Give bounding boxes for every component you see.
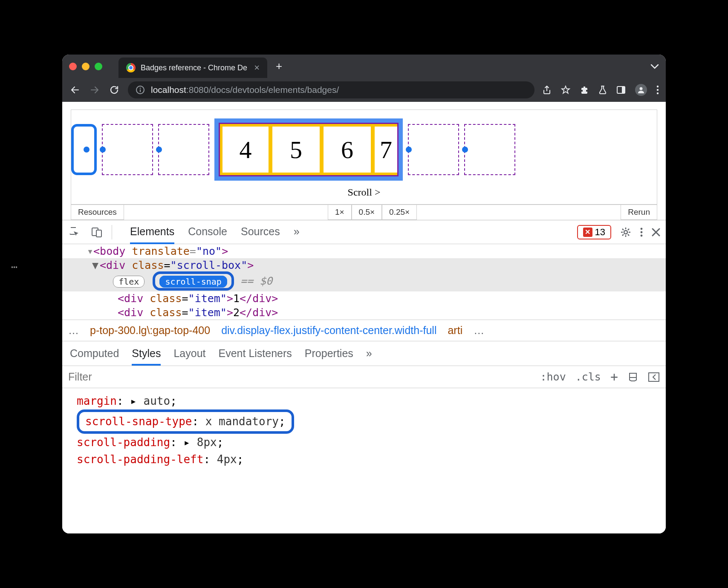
breadcrumb-trail[interactable]: … p-top-300.lg\:gap-top-400 div.display-… [62,320,666,341]
svg-point-7 [657,89,659,91]
dom-item1-line[interactable]: <div class="item">1</div> [62,291,666,306]
svg-point-6 [657,86,659,87]
styles-filter-row: :hov .cls + [62,366,666,388]
scroll-item-3: 4 [220,124,271,175]
tab-list-chevron-icon[interactable] [650,64,659,69]
selected-pseudo: == $0 [234,275,272,287]
breadcrumb-item[interactable]: p-top-300.lg\:gap-top-400 [90,324,210,337]
breadcrumb-ellipsis[interactable]: … [474,324,484,337]
inspect-element-icon[interactable] [67,225,82,239]
tab-elements[interactable]: Elements [130,225,174,244]
breadcrumb-item[interactable]: div.display-flex.justify-content-center.… [221,324,436,337]
css-rule-highlight: scroll-snap-type: x mandatory; [77,409,651,433]
css-rule-line[interactable]: margin: ▸ auto; [77,392,651,409]
breadcrumb-ellipsis[interactable]: … [68,324,79,337]
snap-point-icon [100,147,106,153]
breadcrumb-item[interactable]: arti [448,324,462,337]
back-button[interactable] [69,84,81,96]
error-badge[interactable]: ✕13 [577,225,611,239]
snap-point-icon [406,147,412,153]
close-window-button[interactable] [69,63,77,70]
dom-item2-line[interactable]: <div class="item">2</div> [62,306,666,320]
scroll-snap-badge-highlight: scroll-snap [153,271,234,291]
settings-gear-icon[interactable] [620,226,632,238]
more-dots-icon[interactable] [640,227,643,237]
svg-point-5 [640,87,643,90]
css-rule-line[interactable]: scroll-padding: ▸ 8px; [77,434,651,451]
side-panel-icon[interactable] [616,86,626,94]
maximize-window-button[interactable] [95,63,102,70]
demo-footer: Resources 1× 0.5× 0.25× Rerun [71,205,657,220]
tab-more-styles[interactable]: » [366,347,372,360]
titlebar: Badges reference - Chrome De × + [62,55,666,78]
scroll-viewport-inner: 4 5 6 7 [219,123,399,176]
scroll-item-8 [464,124,515,175]
scroll-hint-label: Scroll > [71,185,657,204]
share-icon[interactable] [542,85,552,95]
styles-rules[interactable]: margin: ▸ auto; scroll-snap-type: x mand… [62,388,666,472]
tab-event-listeners[interactable]: Event Listeners [219,347,292,360]
svg-point-1 [140,88,141,89]
snap-point-icon [84,147,90,153]
dom-tree[interactable]: ▾<body translate="no"> ⋯ ▼<div class="sc… [62,244,666,320]
tab-close-button[interactable]: × [254,62,260,73]
dom-scrollbox-line[interactable]: ⋯ ▼<div class="scroll-box"> flex scroll-… [62,258,666,291]
svg-point-13 [641,228,643,230]
extensions-icon[interactable] [580,85,589,95]
reload-button[interactable] [108,84,120,96]
device-toggle-icon[interactable] [90,225,104,239]
tab-console[interactable]: Console [188,225,227,239]
scroll-item-6: 7 [373,124,397,175]
resources-button[interactable]: Resources [71,205,124,220]
tab-properties[interactable]: Properties [305,347,353,360]
styles-subtabs: Computed Styles Layout Event Listeners P… [62,341,666,366]
devtools-tabs: Elements Console Sources » [130,225,300,239]
browser-window: Badges reference - Chrome De × + localho… [62,55,666,533]
flex-badge[interactable]: flex [113,276,144,288]
url-text: localhost:8080/docs/devtools/elements/ba… [151,85,339,95]
toggle-sidebar-icon[interactable] [648,372,660,382]
rerun-button[interactable]: Rerun [621,205,657,220]
menu-dots-icon[interactable] [656,85,659,95]
dom-body-line[interactable]: ▾<body translate="no"> [62,244,666,258]
tab-sources[interactable]: Sources [241,225,280,239]
tab-more[interactable]: » [294,225,300,239]
svg-rect-16 [649,373,659,381]
tab-computed[interactable]: Computed [70,347,119,360]
site-info-icon[interactable] [136,85,145,95]
styles-filter-input[interactable] [68,371,540,383]
minimize-window-button[interactable] [82,63,90,70]
new-rule-plus-icon[interactable]: + [610,369,618,384]
close-devtools-icon[interactable] [651,228,661,237]
new-tab-button[interactable]: + [276,60,282,73]
svg-point-12 [624,231,627,234]
zoom-1x-button[interactable]: 1× [328,205,352,220]
cls-toggle[interactable]: .cls [575,371,601,383]
css-rule-line[interactable]: scroll-padding-left: 4px; [77,451,651,468]
scroll-item-0 [71,124,97,175]
address-bar[interactable]: localhost:8080/docs/devtools/elements/ba… [128,81,534,98]
svg-point-8 [657,92,659,94]
browser-tab[interactable]: Badges reference - Chrome De × [118,58,267,78]
tab-styles[interactable]: Styles [132,347,161,366]
scroll-viewport-highlight: 4 5 6 7 [214,118,403,181]
scroll-item-5: 6 [322,124,373,175]
snap-point-icon [156,147,162,153]
forward-button[interactable] [89,84,101,96]
snap-point-icon [462,147,468,153]
labs-flask-icon[interactable] [598,85,607,95]
profile-avatar-icon[interactable] [635,84,647,96]
browser-toolbar: localhost:8080/docs/devtools/elements/ba… [62,78,666,102]
zoom-025x-button[interactable]: 0.25× [382,205,417,220]
traffic-lights [69,63,102,70]
scroll-demo-container: 4 5 6 7 Scroll > [71,110,657,205]
scroll-snap-badge[interactable]: scroll-snap [159,276,227,288]
paint-brush-icon[interactable] [627,372,638,383]
devtools-actions: ✕13 [577,225,661,239]
error-icon: ✕ [583,228,592,237]
zoom-05x-button[interactable]: 0.5× [352,205,382,220]
scroll-box[interactable]: 4 5 6 7 [71,110,657,185]
bookmark-star-icon[interactable] [561,85,570,95]
hov-toggle[interactable]: :hov [540,371,566,383]
tab-layout[interactable]: Layout [173,347,205,360]
